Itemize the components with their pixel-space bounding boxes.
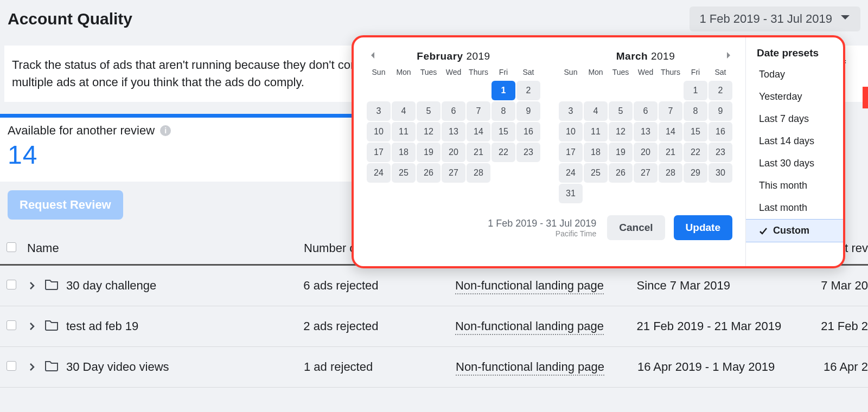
row-checkbox[interactable] (7, 361, 16, 371)
calendar-day[interactable]: 21 (659, 143, 682, 162)
calendar-day[interactable]: 28 (659, 163, 682, 183)
preset-yesterday[interactable]: Yesterday (746, 86, 843, 108)
calendar-day[interactable]: 4 (584, 101, 608, 121)
calendar-day[interactable]: 22 (492, 143, 515, 162)
calendar-day[interactable]: 7 (467, 101, 490, 121)
calendar-day[interactable]: 11 (392, 122, 416, 141)
dow-label: Wed (442, 68, 465, 76)
date-range-button[interactable]: 1 Feb 2019 - 31 Jul 2019 (690, 7, 860, 31)
date-range-label: 1 Feb 2019 - 31 Jul 2019 (699, 12, 832, 26)
calendar-day[interactable]: 13 (634, 122, 658, 141)
calendar-day[interactable]: 26 (417, 163, 441, 183)
calendar-day[interactable]: 12 (609, 122, 633, 141)
calendar-day[interactable]: 23 (709, 143, 732, 162)
calendar-day[interactable]: 10 (559, 122, 583, 141)
row-name[interactable]: 30 day challenge (66, 279, 156, 293)
calendar-day[interactable]: 7 (659, 101, 682, 121)
dow-label: Fri (684, 68, 707, 76)
calendar-day[interactable]: 18 (584, 143, 608, 162)
calendar-day[interactable]: 9 (516, 101, 540, 121)
calendar-day[interactable]: 2 (709, 81, 732, 100)
calendar-day[interactable]: 21 (467, 143, 490, 162)
calendar-day[interactable]: 22 (684, 143, 707, 162)
calendar-day[interactable]: 16 (516, 122, 540, 141)
calendar-day[interactable]: 3 (559, 101, 583, 121)
calendar-day[interactable]: 20 (442, 143, 465, 162)
row-name[interactable]: test ad feb 19 (66, 319, 138, 333)
calendar-day[interactable]: 4 (392, 101, 416, 121)
calendar-day[interactable]: 15 (492, 122, 515, 141)
calendar-day[interactable]: 17 (559, 143, 583, 162)
calendar-day[interactable]: 20 (634, 143, 658, 162)
calendar-day[interactable]: 25 (392, 163, 416, 183)
calendar-day[interactable]: 26 (609, 163, 633, 183)
calendar-day[interactable]: 28 (467, 163, 490, 183)
expand-icon[interactable] (27, 362, 37, 372)
preset-today[interactable]: Today (746, 63, 843, 86)
preset-last-30-days[interactable]: Last 30 days (746, 152, 843, 175)
row-checkbox[interactable] (7, 280, 16, 289)
update-button[interactable]: Update (674, 215, 732, 240)
calendar-day[interactable]: 8 (684, 101, 707, 121)
calendar-day[interactable]: 5 (609, 101, 633, 121)
row-name[interactable]: 30 Day video views (66, 360, 169, 374)
calendar-day[interactable]: 17 (367, 143, 391, 162)
calendar-day[interactable]: 13 (442, 122, 465, 141)
prev-month-button[interactable] (369, 52, 376, 61)
preset-this-month[interactable]: This month (746, 175, 843, 197)
calendar-day[interactable]: 1 (492, 81, 515, 100)
calendar-day[interactable]: 25 (584, 163, 608, 183)
calendar-day[interactable]: 23 (516, 143, 540, 162)
calendar-day[interactable]: 15 (684, 122, 707, 141)
calendar-day[interactable]: 2 (516, 81, 540, 100)
calendar-day[interactable]: 16 (709, 122, 732, 141)
expand-icon[interactable] (27, 281, 37, 291)
calendar-day[interactable]: 27 (442, 163, 465, 183)
dow-label: Fri (492, 68, 515, 76)
calendar-day[interactable]: 10 (367, 122, 391, 141)
info-icon[interactable]: i (160, 125, 171, 136)
calendar-day[interactable]: 31 (559, 184, 583, 203)
expand-icon[interactable] (27, 321, 37, 331)
calendar-day[interactable]: 14 (659, 122, 682, 141)
calendar-day[interactable]: 19 (609, 143, 633, 162)
calendar-day[interactable]: 1 (684, 81, 707, 100)
preset-last-month[interactable]: Last month (746, 197, 843, 219)
date-picker-popover: February 2019SunMonTuesWedThursFriSat123… (352, 35, 845, 268)
request-review-button[interactable]: Request Review (8, 190, 123, 220)
col-name[interactable]: Name (27, 241, 304, 255)
select-all-checkbox[interactable] (7, 242, 16, 252)
calendar-day[interactable]: 29 (684, 163, 707, 183)
calendar-day[interactable]: 12 (417, 122, 441, 141)
preset-custom[interactable]: Custom (746, 219, 843, 242)
row-policy[interactable]: Non-functional landing page (455, 279, 604, 294)
stat-available-label: Available for another review (8, 124, 155, 138)
calendar-day[interactable]: 24 (367, 163, 391, 183)
calendar-day[interactable]: 11 (584, 122, 608, 141)
cancel-button[interactable]: Cancel (607, 215, 665, 240)
next-month-button[interactable] (725, 52, 732, 61)
calendar-day[interactable]: 18 (392, 143, 416, 162)
dow-label: Sat (516, 68, 540, 76)
calendar-day[interactable]: 27 (634, 163, 658, 183)
calendar-day[interactable]: 14 (467, 122, 490, 141)
annotation-marker (863, 87, 868, 108)
calendar-day[interactable]: 24 (559, 163, 583, 183)
row-policy[interactable]: Non-functional landing page (455, 319, 604, 335)
calendar-day[interactable]: 30 (709, 163, 732, 183)
calendar-day[interactable]: 3 (367, 101, 391, 121)
table-row: 30 day challenge6 ads rejectedNon-functi… (0, 266, 868, 306)
row-policy[interactable]: Non-functional landing page (456, 360, 604, 376)
calendar-day[interactable]: 8 (492, 101, 515, 121)
preset-last-7-days[interactable]: Last 7 days (746, 108, 843, 130)
row-scheduled: 21 Feb 2019 - 21 Mar 2019 (637, 319, 821, 333)
calendar-day[interactable]: 5 (417, 101, 441, 121)
calendar-day[interactable]: 6 (634, 101, 658, 121)
calendar-day[interactable]: 9 (709, 101, 732, 121)
preset-last-14-days[interactable]: Last 14 days (746, 130, 843, 152)
calendar-day[interactable]: 6 (442, 101, 465, 121)
row-checkbox[interactable] (7, 320, 16, 330)
table-row: test ad feb 192 ads rejectedNon-function… (0, 306, 868, 347)
calendar-day[interactable]: 19 (417, 143, 441, 162)
dow-label: Mon (392, 68, 416, 76)
